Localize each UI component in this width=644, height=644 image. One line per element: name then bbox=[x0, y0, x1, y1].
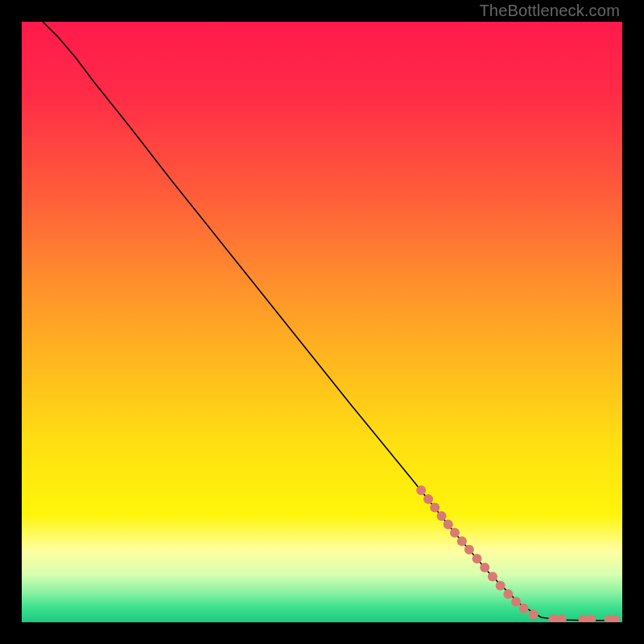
data-marker bbox=[444, 519, 453, 529]
data-marker bbox=[519, 604, 529, 613]
data-marker bbox=[464, 545, 474, 555]
data-marker bbox=[473, 554, 482, 564]
plot-area bbox=[22, 22, 622, 622]
data-marker bbox=[496, 581, 506, 591]
data-marker bbox=[529, 609, 539, 619]
gradient-background bbox=[22, 22, 622, 622]
data-marker bbox=[430, 503, 440, 513]
data-marker bbox=[480, 563, 489, 572]
data-marker bbox=[437, 511, 447, 521]
data-marker bbox=[423, 494, 433, 504]
data-marker bbox=[511, 597, 521, 607]
chart-frame: TheBottleneck.com bbox=[0, 0, 644, 644]
data-marker bbox=[488, 572, 497, 581]
data-marker bbox=[457, 536, 467, 546]
data-marker bbox=[416, 485, 426, 495]
data-marker bbox=[450, 528, 460, 538]
watermark-label: TheBottleneck.com bbox=[479, 2, 620, 20]
data-marker bbox=[503, 589, 513, 599]
chart-svg bbox=[22, 22, 622, 622]
